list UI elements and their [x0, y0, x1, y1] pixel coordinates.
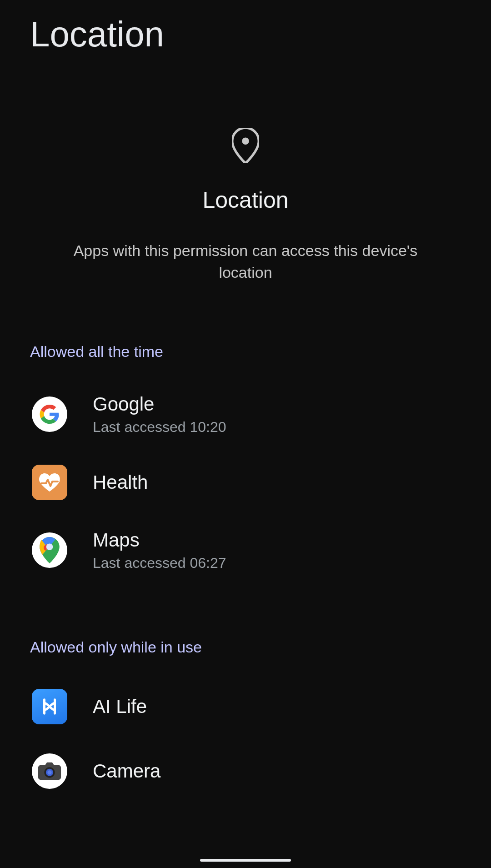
camera-icon: [32, 753, 67, 789]
app-row-ai-life[interactable]: AI Life: [0, 674, 491, 739]
app-list: Google Last accessed 10:20 Health: [0, 379, 491, 586]
page-title: Location: [0, 0, 491, 55]
app-row-camera[interactable]: Camera: [0, 739, 491, 803]
svg-point-0: [242, 137, 249, 145]
section-allowed-while-in-use: Allowed only while in use AI Life: [0, 638, 491, 803]
app-name: Camera: [93, 760, 160, 782]
app-name: AI Life: [93, 696, 147, 717]
section-allowed-all-time: Allowed all the time Google Last accesse…: [0, 343, 491, 586]
permission-hero: Location Apps with this permission can a…: [0, 128, 491, 284]
home-indicator[interactable]: [200, 859, 291, 862]
app-sublabel: Last accessed 06:27: [93, 555, 226, 572]
app-row-google[interactable]: Google Last accessed 10:20: [0, 379, 491, 450]
app-row-health[interactable]: Health: [0, 450, 491, 515]
maps-icon: [32, 532, 67, 568]
app-name: Health: [93, 472, 148, 493]
section-header: Allowed only while in use: [0, 638, 491, 656]
svg-point-2: [46, 544, 53, 551]
health-icon: [32, 465, 67, 500]
app-list: AI Life Camera: [0, 674, 491, 803]
permission-description: Apps with this permission can access thi…: [68, 240, 423, 284]
section-header: Allowed all the time: [0, 343, 491, 361]
app-name: Google: [93, 393, 226, 415]
app-name: Maps: [93, 529, 226, 551]
svg-point-6: [47, 770, 51, 774]
google-icon: [32, 396, 67, 432]
location-pin-icon: [232, 128, 259, 165]
ai-life-icon: [32, 689, 67, 724]
app-sublabel: Last accessed 10:20: [93, 419, 226, 436]
app-row-maps[interactable]: Maps Last accessed 06:27: [0, 515, 491, 586]
permission-title: Location: [0, 187, 491, 213]
